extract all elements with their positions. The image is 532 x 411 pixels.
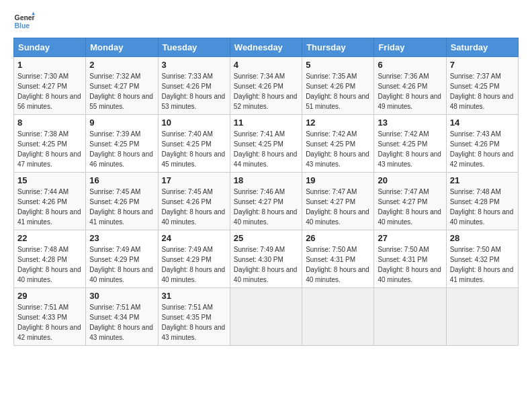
calendar-cell [374, 288, 446, 346]
day-info: Sunrise: 7:51 AMSunset: 4:34 PMDaylight:… [89, 302, 154, 342]
day-info: Sunrise: 7:34 AMSunset: 4:26 PMDaylight:… [234, 71, 298, 111]
calendar-week-2: 8Sunrise: 7:38 AMSunset: 4:25 PMDaylight… [14, 115, 519, 173]
svg-text:General: General [15, 14, 35, 21]
day-number: 3 [162, 60, 226, 70]
calendar-cell: 26Sunrise: 7:50 AMSunset: 4:31 PMDayligh… [302, 230, 374, 288]
calendar-cell: 10Sunrise: 7:40 AMSunset: 4:25 PMDayligh… [158, 115, 230, 173]
day-header-thursday: Thursday [302, 38, 374, 57]
day-info: Sunrise: 7:51 AMSunset: 4:35 PMDaylight:… [162, 302, 226, 342]
calendar-cell [230, 288, 302, 346]
day-number: 24 [162, 233, 226, 243]
calendar-cell: 9Sunrise: 7:39 AMSunset: 4:25 PMDaylight… [86, 115, 158, 173]
day-info: Sunrise: 7:47 AMSunset: 4:27 PMDaylight:… [306, 187, 370, 227]
day-number: 25 [234, 233, 298, 243]
calendar-cell: 24Sunrise: 7:49 AMSunset: 4:29 PMDayligh… [158, 230, 230, 288]
calendar-cell: 3Sunrise: 7:33 AMSunset: 4:26 PMDaylight… [158, 57, 230, 115]
day-number: 31 [162, 291, 226, 301]
day-info: Sunrise: 7:50 AMSunset: 4:31 PMDaylight:… [306, 244, 370, 285]
day-info: Sunrise: 7:44 AMSunset: 4:26 PMDaylight:… [17, 187, 82, 227]
day-number: 15 [17, 175, 82, 185]
day-number: 9 [89, 118, 154, 128]
svg-marker-2 [32, 12, 35, 15]
day-info: Sunrise: 7:30 AMSunset: 4:27 PMDaylight:… [17, 71, 82, 111]
day-number: 6 [378, 60, 442, 70]
day-header-friday: Friday [374, 38, 446, 57]
calendar-cell: 23Sunrise: 7:49 AMSunset: 4:29 PMDayligh… [86, 230, 158, 288]
svg-text:Blue: Blue [15, 22, 30, 30]
calendar-cell: 1Sunrise: 7:30 AMSunset: 4:27 PMDaylight… [14, 57, 86, 115]
day-header-monday: Monday [86, 38, 158, 57]
day-number: 20 [378, 175, 442, 185]
calendar-cell: 18Sunrise: 7:46 AMSunset: 4:27 PMDayligh… [230, 173, 302, 230]
day-number: 19 [306, 175, 370, 185]
day-number: 12 [306, 118, 370, 128]
calendar-cell: 16Sunrise: 7:45 AMSunset: 4:26 PMDayligh… [86, 173, 158, 230]
day-number: 30 [89, 291, 154, 301]
day-header-tuesday: Tuesday [158, 38, 230, 57]
calendar-cell: 20Sunrise: 7:47 AMSunset: 4:27 PMDayligh… [374, 173, 446, 230]
day-number: 1 [17, 60, 82, 70]
day-number: 28 [450, 233, 515, 243]
calendar-cell: 21Sunrise: 7:48 AMSunset: 4:28 PMDayligh… [446, 173, 518, 230]
day-info: Sunrise: 7:38 AMSunset: 4:25 PMDaylight:… [17, 129, 82, 169]
calendar-cell [302, 288, 374, 346]
day-info: Sunrise: 7:43 AMSunset: 4:26 PMDaylight:… [450, 129, 515, 169]
day-info: Sunrise: 7:45 AMSunset: 4:26 PMDaylight:… [162, 187, 226, 227]
calendar-cell: 19Sunrise: 7:47 AMSunset: 4:27 PMDayligh… [302, 173, 374, 230]
calendar-header: SundayMondayTuesdayWednesdayThursdayFrid… [14, 38, 519, 57]
day-header-sunday: Sunday [14, 38, 86, 57]
day-info: Sunrise: 7:49 AMSunset: 4:30 PMDaylight:… [234, 244, 298, 285]
day-info: Sunrise: 7:37 AMSunset: 4:25 PMDaylight:… [450, 71, 515, 111]
day-number: 18 [234, 175, 298, 185]
day-number: 27 [378, 233, 442, 243]
calendar-cell [446, 288, 518, 346]
day-info: Sunrise: 7:50 AMSunset: 4:31 PMDaylight:… [378, 244, 442, 285]
day-number: 21 [450, 175, 515, 185]
day-number: 7 [450, 60, 515, 70]
calendar-cell: 30Sunrise: 7:51 AMSunset: 4:34 PMDayligh… [86, 288, 158, 346]
day-info: Sunrise: 7:35 AMSunset: 4:26 PMDaylight:… [306, 71, 370, 111]
day-info: Sunrise: 7:51 AMSunset: 4:33 PMDaylight:… [17, 302, 82, 342]
calendar-cell: 13Sunrise: 7:42 AMSunset: 4:25 PMDayligh… [374, 115, 446, 173]
day-info: Sunrise: 7:49 AMSunset: 4:29 PMDaylight:… [89, 244, 154, 285]
day-info: Sunrise: 7:46 AMSunset: 4:27 PMDaylight:… [234, 187, 298, 227]
day-info: Sunrise: 7:48 AMSunset: 4:28 PMDaylight:… [450, 187, 515, 227]
day-info: Sunrise: 7:47 AMSunset: 4:27 PMDaylight:… [378, 187, 442, 227]
day-number: 2 [89, 60, 154, 70]
calendar-cell: 2Sunrise: 7:32 AMSunset: 4:27 PMDaylight… [86, 57, 158, 115]
calendar-week-1: 1Sunrise: 7:30 AMSunset: 4:27 PMDaylight… [14, 57, 519, 115]
header: General Blue [13, 11, 519, 32]
day-info: Sunrise: 7:48 AMSunset: 4:28 PMDaylight:… [17, 244, 82, 285]
day-number: 10 [162, 118, 226, 128]
day-info: Sunrise: 7:45 AMSunset: 4:26 PMDaylight:… [89, 187, 154, 227]
day-info: Sunrise: 7:33 AMSunset: 4:26 PMDaylight:… [162, 71, 226, 111]
calendar-cell: 11Sunrise: 7:41 AMSunset: 4:25 PMDayligh… [230, 115, 302, 173]
calendar-week-4: 22Sunrise: 7:48 AMSunset: 4:28 PMDayligh… [14, 230, 519, 288]
calendar-week-5: 29Sunrise: 7:51 AMSunset: 4:33 PMDayligh… [14, 288, 519, 346]
calendar-table: SundayMondayTuesdayWednesdayThursdayFrid… [13, 38, 519, 346]
calendar-cell: 17Sunrise: 7:45 AMSunset: 4:26 PMDayligh… [158, 173, 230, 230]
day-number: 4 [234, 60, 298, 70]
calendar-body: 1Sunrise: 7:30 AMSunset: 4:27 PMDaylight… [14, 57, 519, 346]
day-number: 11 [234, 118, 298, 128]
calendar-cell: 5Sunrise: 7:35 AMSunset: 4:26 PMDaylight… [302, 57, 374, 115]
calendar-cell: 14Sunrise: 7:43 AMSunset: 4:26 PMDayligh… [446, 115, 518, 173]
day-number: 22 [17, 233, 82, 243]
day-info: Sunrise: 7:39 AMSunset: 4:25 PMDaylight:… [89, 129, 154, 169]
calendar-cell: 25Sunrise: 7:49 AMSunset: 4:30 PMDayligh… [230, 230, 302, 288]
day-info: Sunrise: 7:42 AMSunset: 4:25 PMDaylight:… [378, 129, 442, 169]
calendar-cell: 8Sunrise: 7:38 AMSunset: 4:25 PMDaylight… [14, 115, 86, 173]
day-info: Sunrise: 7:40 AMSunset: 4:25 PMDaylight:… [162, 129, 226, 169]
calendar-cell: 22Sunrise: 7:48 AMSunset: 4:28 PMDayligh… [14, 230, 86, 288]
calendar-cell: 12Sunrise: 7:42 AMSunset: 4:25 PMDayligh… [302, 115, 374, 173]
day-number: 29 [17, 291, 82, 301]
calendar-cell: 31Sunrise: 7:51 AMSunset: 4:35 PMDayligh… [158, 288, 230, 346]
logo: General Blue [13, 11, 35, 32]
day-number: 5 [306, 60, 370, 70]
day-info: Sunrise: 7:36 AMSunset: 4:26 PMDaylight:… [378, 71, 442, 111]
calendar-cell: 15Sunrise: 7:44 AMSunset: 4:26 PMDayligh… [14, 173, 86, 230]
day-header-saturday: Saturday [446, 38, 518, 57]
day-number: 13 [378, 118, 442, 128]
day-info: Sunrise: 7:49 AMSunset: 4:29 PMDaylight:… [162, 244, 226, 285]
calendar-cell: 27Sunrise: 7:50 AMSunset: 4:31 PMDayligh… [374, 230, 446, 288]
